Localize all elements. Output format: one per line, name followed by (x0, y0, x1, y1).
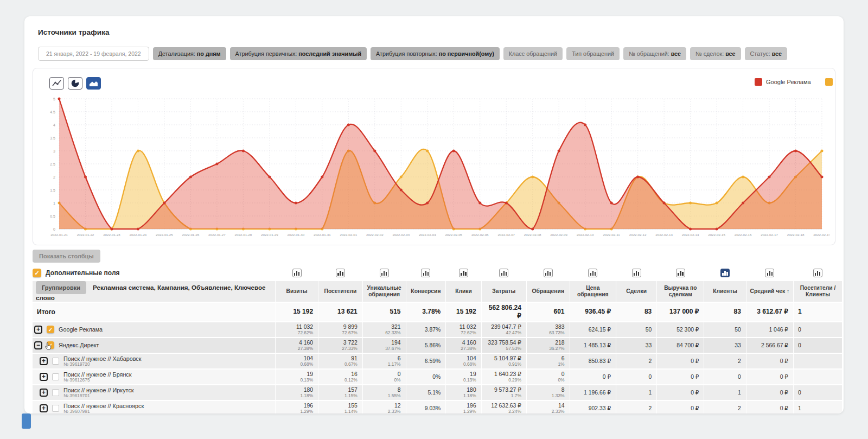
svg-text:2022-01-23: 2022-01-23 (103, 233, 120, 237)
svg-text:2022-01-21: 2022-01-21 (50, 233, 68, 237)
pie-chart-icon[interactable] (68, 77, 82, 90)
column-chart-icon[interactable] (336, 269, 345, 277)
column-header[interactable]: Цена обращения (570, 281, 616, 302)
expand-row-button[interactable]: + (34, 326, 42, 334)
column-header[interactable]: Клиенты (704, 281, 746, 302)
svg-text:0: 0 (53, 227, 55, 231)
svg-text:0.5: 0.5 (50, 214, 55, 218)
chart-panel: Google Реклама 00.511.522.533.544.552022… (33, 68, 835, 245)
column-chart-icon[interactable] (720, 269, 730, 277)
filter-button[interactable]: Класс обращений (503, 47, 563, 60)
svg-text:2022-01-26: 2022-01-26 (182, 233, 200, 237)
svg-text:2022-02-17: 2022-02-17 (761, 233, 778, 237)
column-chart-icon[interactable] (813, 269, 822, 277)
show-columns-button[interactable]: Показать столбцы (33, 250, 100, 263)
campaign-number: № 39619701 (63, 393, 134, 398)
table-row[interactable]: +Поиск // нужное // Красноярск№ 39607991… (33, 400, 842, 413)
column-chart-icon[interactable] (499, 269, 508, 277)
svg-text:2022-02-16: 2022-02-16 (735, 233, 752, 237)
column-header[interactable]: Выручка по сделкам (657, 281, 704, 302)
collapse-row-button[interactable]: − (34, 341, 42, 349)
table-row[interactable]: +✓Google Реклама11 03272.62%9 89972.67%3… (33, 322, 842, 338)
svg-text:2022-02-13: 2022-02-13 (655, 233, 673, 237)
date-range-input[interactable]: 21 января, 2022 - 19 февраля, 2022 (38, 47, 149, 61)
groupings-button[interactable]: Группировки (36, 281, 86, 294)
svg-text:4: 4 (53, 123, 55, 127)
filter-button[interactable]: Атрибуция первичных: последний значимый (230, 47, 367, 60)
column-header[interactable]: Затраты (481, 281, 526, 302)
svg-text:3.5: 3.5 (50, 136, 55, 140)
row-name: Яндекс.Директ (59, 342, 99, 348)
checkbox-checked-icon[interactable]: ✓ (33, 269, 41, 277)
column-header[interactable]: Конверсия (406, 281, 446, 302)
campaign-number: № 39607991 (63, 409, 144, 413)
column-header[interactable]: Посетители (318, 281, 363, 302)
legend-swatch (825, 78, 833, 86)
svg-text:2022-02-09: 2022-02-09 (550, 233, 567, 237)
line-chart-icon[interactable] (49, 77, 64, 90)
svg-text:2022-02-05: 2022-02-05 (445, 233, 462, 237)
svg-text:3: 3 (53, 149, 55, 153)
table-row[interactable]: −✓Яндекс.Директ4 16027.38%3 72227.33%194… (33, 338, 842, 353)
column-header[interactable]: Клики (446, 281, 481, 302)
column-header[interactable]: Средний чек ↑ (746, 281, 793, 302)
svg-text:2022-01-31: 2022-01-31 (314, 233, 331, 237)
column-chart-icon[interactable] (380, 269, 389, 277)
column-chart-icon[interactable] (632, 269, 641, 277)
additional-fields-toggle[interactable]: ✓Дополнительные поля (33, 269, 275, 277)
chart-legend: Google Реклама (755, 78, 835, 86)
filter-button[interactable]: Детализация: по дням (153, 47, 226, 60)
svg-text:2022-02-04: 2022-02-04 (419, 233, 436, 237)
column-header[interactable]: Посетители / Клиенты (793, 281, 842, 302)
area-chart-icon[interactable] (86, 77, 101, 90)
mouse-cursor-icon (44, 342, 52, 351)
row-checkbox[interactable] (52, 389, 59, 396)
column-chart-icon[interactable] (459, 269, 468, 277)
campaign-number: № 39619720 (63, 362, 142, 367)
row-checkbox[interactable] (52, 405, 59, 412)
expand-row-button[interactable]: + (40, 389, 48, 397)
column-chart-icon[interactable] (676, 269, 685, 277)
column-chart-icon[interactable] (588, 269, 597, 277)
expand-row-button[interactable]: + (40, 373, 48, 381)
filter-button[interactable]: № сделок: все (690, 47, 741, 60)
filter-button[interactable]: Атрибуция повторных: по первичной(ому) (371, 47, 500, 60)
traffic-area-chart: 00.511.522.533.544.552022-01-212022-01-2… (43, 93, 829, 243)
legend-item: Google Реклама (755, 78, 811, 86)
row-checkbox-checked[interactable]: ✓ (47, 326, 54, 333)
column-header[interactable]: Сделки (616, 281, 657, 302)
expand-row-button[interactable]: + (40, 357, 48, 365)
svg-text:2.5: 2.5 (50, 162, 55, 166)
expand-row-button[interactable]: + (40, 404, 48, 412)
svg-text:2022-02-06: 2022-02-06 (471, 233, 489, 237)
svg-text:1.5: 1.5 (50, 188, 55, 192)
column-chart-icon[interactable] (765, 269, 774, 277)
column-chart-icon[interactable] (544, 269, 553, 277)
svg-text:2022-01-28: 2022-01-28 (235, 233, 252, 237)
filter-button[interactable]: № обращений: все (623, 47, 686, 60)
filter-button[interactable]: Тип обращений (566, 47, 620, 60)
column-chart-icon[interactable] (292, 269, 302, 277)
table-row[interactable]: +Поиск // нужное // Хабаровск№ 396197201… (33, 353, 842, 369)
svg-text:2022-02-15: 2022-02-15 (708, 233, 725, 237)
svg-text:2022-01-29: 2022-01-29 (261, 233, 278, 237)
legend-label: Google Реклама (766, 79, 811, 85)
svg-text:2022-02-11: 2022-02-11 (603, 233, 621, 237)
table-row[interactable]: +Поиск // нужное // Брянск№ 39612675190.… (33, 369, 842, 385)
column-chart-icon[interactable] (421, 269, 430, 277)
svg-text:2022-02-18: 2022-02-18 (787, 233, 805, 237)
table-row[interactable]: +Поиск // нужное // Иркутск№ 39619701180… (33, 385, 842, 400)
row-checkbox[interactable] (52, 358, 59, 365)
page-title: Источники трафика (38, 28, 109, 36)
column-header[interactable]: Уникальные обращения (362, 281, 406, 302)
filter-button[interactable]: Статус: все (745, 47, 788, 60)
column-header[interactable]: Визиты (275, 281, 318, 302)
chat-widget-fragment[interactable] (22, 413, 31, 429)
column-header[interactable]: Обращения (526, 281, 570, 302)
data-table-wrap: ✓Дополнительные поля ГруппировкиРекламна… (33, 265, 842, 413)
campaign-number: № 39612675 (63, 378, 132, 383)
row-checkbox[interactable] (52, 373, 59, 380)
traffic-sources-table: ✓Дополнительные поля ГруппировкиРекламна… (33, 265, 842, 413)
report-card: Источники трафика 21 января, 2022 - 19 ф… (24, 16, 844, 413)
row-name: Поиск // нужное // Брянск№ 39612675 (63, 371, 132, 383)
